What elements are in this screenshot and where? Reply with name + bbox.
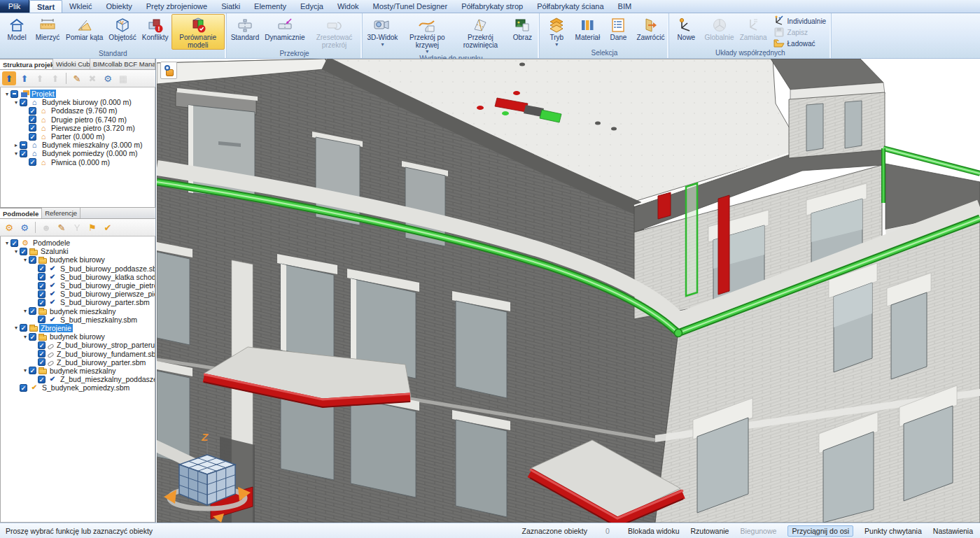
move-up-alt2-button[interactable]: ⬆: [48, 71, 62, 85]
tab-półfabrykaty-strop[interactable]: Półfabrykaty strop: [454, 0, 530, 13]
tab-start[interactable]: Start: [29, 0, 62, 13]
expander-icon[interactable]: ▾: [13, 99, 20, 106]
tab-widoki-cube[interactable]: Widoki Cube: [53, 59, 90, 69]
checkbox[interactable]: [38, 341, 46, 349]
checkbox[interactable]: [10, 90, 18, 98]
submodels-tree-item-podmodele[interactable]: ▾Podmodele: [2, 239, 155, 247]
move-up-button[interactable]: ⬆: [18, 71, 31, 85]
tab-półfabrykaty-ściana[interactable]: Półfabrykaty ściana: [530, 0, 610, 13]
checkbox[interactable]: [38, 299, 46, 306]
checkbox[interactable]: [29, 158, 36, 166]
checkbox[interactable]: [38, 273, 46, 281]
ribbon-button-globalnie[interactable]: Globalnie: [701, 14, 736, 43]
checkbox[interactable]: [20, 141, 27, 149]
submodels-tree-item-s-bud-biurowy-drugie-pietro-sbm[interactable]: S_bud_biurowy_drugie_pietro.sbm: [2, 281, 155, 290]
submodels-tree-item-z-bud-biurowy-parter-sbm[interactable]: Z_bud_biurowy_parter.sbm: [2, 358, 155, 367]
expander-icon[interactable]: ▾: [4, 91, 10, 97]
checkbox[interactable]: [38, 316, 46, 323]
structure-tree-item-projekt[interactable]: ▾Projekt: [2, 90, 155, 98]
submodels-tree-item-s-bud-biurowy-poddasze-sbm[interactable]: S_bud_biurowy_poddasze.sbm: [2, 264, 155, 273]
ribbon-button-przekrój-rozwinięcia[interactable]: Przekrój rozwinięcia: [454, 14, 507, 50]
tab-podmodele[interactable]: Podmodele: [0, 208, 42, 218]
submodels-tree-item-budynek-biurowy[interactable]: ▾budynek biurowy: [2, 255, 155, 264]
submodels-tree-item-s-bud-biurowy-klatka-schodowa-sbm[interactable]: S_bud_biurowy_klatka schodowa.sbm: [2, 273, 155, 281]
submodels-tree-item-z-bud-biurowy-strop-parteru-sbm[interactable]: Z_bud_biurowy_strop_parteru.sbm: [2, 341, 155, 349]
ribbon-button-porównanie-modeli[interactable]: Porównanie modeli: [172, 14, 225, 50]
checkbox[interactable]: [20, 150, 27, 157]
ribbon-button-ładować[interactable]: Ładować: [771, 38, 829, 49]
tab-mosty-tunel-designer[interactable]: Mosty/Tunel Designer: [366, 0, 455, 13]
structure-tree-item-parter-0-000-m[interactable]: Parter (0.000 m): [2, 132, 155, 141]
structure-tree-item-poddasze-9-760-m[interactable]: Poddasze (9.760 m): [2, 106, 155, 115]
expander-icon[interactable]: ▸: [13, 142, 20, 148]
expander-icon[interactable]: ▾: [13, 150, 20, 157]
structure-tree-item-piwnica-0-000-m[interactable]: Piwnica (0.000 m): [2, 158, 155, 167]
share-button[interactable]: Y: [70, 220, 84, 234]
tab-edycja[interactable]: Edycja: [293, 0, 330, 13]
expander-icon[interactable]: ▾: [22, 257, 29, 263]
move-up-alt-button[interactable]: ⬆: [33, 71, 47, 85]
ribbon-button-obraz[interactable]: Obraz: [507, 14, 538, 43]
checkbox[interactable]: [29, 115, 36, 123]
structure-tree-item-budynek-biurowy-0-000-m[interactable]: ▾Budynek biurowy (0.000 m): [2, 98, 155, 106]
ribbon-button-dynamicznie[interactable]: Dynamicznie: [262, 14, 307, 43]
ribbon-button-materiał[interactable]: Materiał: [572, 14, 603, 43]
ribbon-button-zamiana[interactable]: Zamiana: [737, 14, 770, 43]
view-lock-toggle[interactable]: Blokada widoku: [628, 527, 680, 535]
tab-wkleić[interactable]: Wkleić: [62, 0, 99, 13]
chevron-down-icon[interactable]: ▾: [381, 42, 384, 47]
checkbox[interactable]: [20, 248, 27, 255]
tab-pręty-zbrojeniowe[interactable]: Pręty zbrojeniowe: [139, 0, 214, 13]
expander-icon[interactable]: ▾: [22, 334, 29, 340]
ribbon-button-nowe[interactable]: Nowe: [671, 14, 701, 43]
audit-lock-button[interactable]: ⚑: [85, 220, 99, 234]
added-column[interactable]: [686, 183, 697, 296]
viewport-3d[interactable]: Z: [157, 59, 980, 523]
user-button[interactable]: ☻: [39, 220, 53, 234]
tab-obiekty[interactable]: Obiekty: [99, 0, 139, 13]
checkbox[interactable]: [38, 376, 46, 383]
expander-icon[interactable]: ▾: [22, 308, 29, 314]
tab-struktura-projektu[interactable]: Struktura projektu: [0, 59, 53, 69]
expander-icon[interactable]: ▾: [22, 367, 29, 374]
ribbon-button-pomiar-kąta[interactable]: Pomiar kąta: [63, 14, 106, 43]
removed-column-cap[interactable]: [658, 192, 671, 219]
structure-tree-item-budynek-pomiedzy-0-000-m[interactable]: ▾Budynek pomiedzy (0.000 m): [2, 149, 155, 157]
tab-referencje[interactable]: Referencje: [42, 208, 80, 218]
checkbox[interactable]: [38, 350, 46, 358]
tab-widok[interactable]: Widok: [330, 0, 366, 13]
accept-all-button[interactable]: ✔: [101, 220, 115, 234]
checkbox[interactable]: [10, 239, 18, 247]
checkbox[interactable]: [20, 384, 27, 392]
expander-icon[interactable]: ▾: [13, 325, 20, 331]
ribbon-button-objętość[interactable]: VObjętość: [106, 14, 139, 43]
snap-to-axis-toggle[interactable]: Przyciągnij do osi: [788, 525, 853, 537]
polar-toggle[interactable]: Biegunowe: [740, 527, 776, 535]
import-submodel-button[interactable]: ⚙: [18, 220, 31, 234]
submodels-tree-item-s-bud-mieszkalny-sbm[interactable]: S_bud_mieszkalny.sbm: [2, 316, 155, 324]
file-menu-button[interactable]: Plik: [0, 0, 29, 13]
submodels-tree-item-budynek-mieszkalny[interactable]: ▾budynek mieszkalny: [2, 367, 155, 375]
ribbon-button-standard[interactable]: Standard: [228, 14, 262, 43]
ribbon-button-zresetować-przekrój[interactable]: Zresetować przekrój: [307, 14, 360, 50]
submodels-tree-item-z-bud-biurowy-fundament-sbm[interactable]: Z_bud_biurowy_fundament.sbm: [2, 349, 155, 358]
submodels-tree-item-s-bud-biurowy-parter-sbm[interactable]: S_bud_biurowy_parter.sbm: [2, 298, 155, 306]
viewport-context-button[interactable]: [160, 62, 177, 79]
projection-toggle[interactable]: Rzutowanie: [691, 527, 729, 535]
structure-tree-item-drugie-pietro-6-740-m[interactable]: Drugie pietro (6.740 m): [2, 115, 155, 124]
settings-gears-button[interactable]: ⚙: [101, 71, 115, 85]
structure-tree-item-pierwsze-pietro-3-720-m[interactable]: Pierwsze pietro (3.720 m): [2, 124, 155, 132]
selected-objects-label[interactable]: Zaznaczone obiekty: [522, 527, 587, 535]
checkbox[interactable]: [29, 107, 36, 115]
tab-bim[interactable]: BIM: [611, 0, 639, 13]
checkbox[interactable]: [38, 290, 46, 298]
edit-pencil-button[interactable]: ✎: [55, 220, 69, 234]
ribbon-button-3d-widok[interactable]: 3D-Widok▾: [364, 14, 400, 48]
checkbox[interactable]: [29, 307, 36, 315]
tab-siatki[interactable]: Siatki: [214, 0, 247, 13]
checkbox[interactable]: [29, 133, 36, 141]
checkbox[interactable]: [38, 264, 46, 272]
checkbox[interactable]: [29, 367, 36, 374]
ribbon-button-individualnie[interactable]: Individualnie: [771, 15, 829, 27]
submodels-tree-item-s-bud-biurowy-pierwsze-pietro-sbm[interactable]: S_bud_biurowy_pierwsze_pietro.sbm: [2, 290, 155, 298]
